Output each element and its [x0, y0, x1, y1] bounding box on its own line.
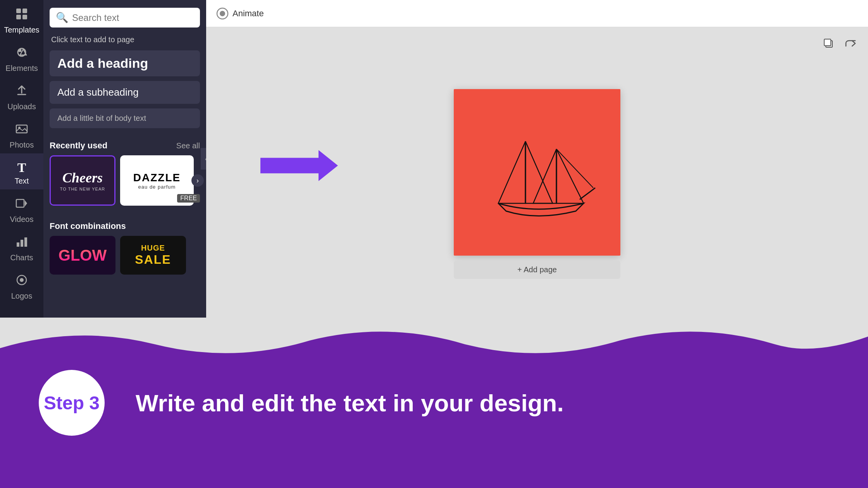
svg-rect-9	[16, 199, 24, 207]
bottom-overlay: Step 3 Write and edit the text in your d…	[0, 318, 868, 488]
sailboat-graphic	[475, 110, 599, 234]
svg-marker-10	[25, 200, 27, 206]
canvas-top-icons	[820, 35, 859, 52]
svg-point-17	[220, 11, 225, 16]
animate-button[interactable]: Animate	[215, 7, 264, 21]
step-circle: Step 3	[39, 370, 105, 436]
sidebar-item-photos[interactable]: Photos	[0, 115, 43, 153]
animate-label: Animate	[232, 9, 264, 19]
glow-combo-card[interactable]: GLOW	[50, 236, 115, 275]
elements-icon	[15, 45, 29, 62]
panel-collapse-button[interactable]: ‹	[201, 148, 206, 170]
recently-used-header: Recently used See all	[50, 141, 200, 151]
search-input[interactable]	[72, 12, 194, 23]
body-option[interactable]: Add a little bit of body text	[50, 108, 200, 128]
uploads-icon	[15, 84, 29, 101]
sidebar-item-text-label: Text	[15, 177, 29, 186]
search-icon: 🔍	[56, 12, 68, 24]
svg-marker-20	[260, 150, 338, 181]
sidebar-item-videos-label: Videos	[10, 215, 34, 224]
sidebar-item-logos[interactable]: Logos	[0, 266, 43, 304]
subheading-option[interactable]: Add a subheading	[50, 81, 200, 104]
sidebar: Templates Elements Uploads	[0, 0, 43, 318]
cheers-sub: TO THE NEW YEAR	[60, 187, 105, 191]
canvas-area: Animate	[206, 0, 868, 318]
step-description: Write and edit the text in your design.	[136, 389, 564, 417]
huge-sale-combo-card[interactable]: HUGE SALE	[120, 236, 186, 275]
design-canvas[interactable]: + Add page	[454, 89, 620, 256]
recently-used-title: Recently used	[50, 141, 107, 151]
svg-rect-3	[22, 15, 27, 19]
sidebar-item-charts[interactable]: Charts	[0, 228, 43, 266]
svg-rect-5	[19, 49, 21, 52]
huge-text: HUGE	[141, 244, 165, 253]
svg-line-24	[556, 149, 593, 188]
font-combinations-section: Font combinations GLOW HUGE SALE	[50, 213, 200, 275]
charts-icon	[15, 235, 29, 252]
sidebar-item-charts-label: Charts	[10, 253, 33, 262]
templates-icon	[15, 7, 29, 24]
dazzle-sub: eau de parfum	[133, 184, 181, 190]
sidebar-item-photos-label: Photos	[10, 141, 34, 149]
sidebar-item-templates[interactable]: Templates	[0, 0, 43, 38]
font-combos-header: Font combinations	[50, 221, 200, 231]
canvas-toolbar: Animate	[206, 0, 868, 27]
photos-icon	[15, 122, 29, 139]
animate-icon	[215, 7, 229, 21]
svg-rect-12	[21, 240, 23, 247]
glow-text: GLOW	[59, 247, 107, 264]
text-icon: T	[17, 160, 26, 175]
font-combos-grid: GLOW HUGE SALE	[50, 236, 200, 275]
cheers-text: Cheers	[60, 170, 105, 186]
recently-used-grid: Cheers TO THE NEW YEAR DAZZLE eau de par…	[50, 155, 200, 206]
sidebar-item-videos[interactable]: Videos	[0, 189, 43, 228]
svg-rect-2	[16, 15, 21, 19]
sidebar-item-elements-label: Elements	[5, 64, 38, 73]
canvas-content: + Add page	[206, 27, 868, 318]
share-icon-button[interactable]	[842, 35, 859, 52]
recently-used-next-arrow[interactable]: ›	[191, 174, 204, 187]
sidebar-item-templates-label: Templates	[4, 26, 39, 34]
svg-point-15	[20, 278, 24, 282]
heading-option[interactable]: Add a heading	[50, 50, 200, 76]
svg-rect-11	[17, 242, 19, 247]
svg-rect-0	[16, 9, 21, 13]
cheers-font-card[interactable]: Cheers TO THE NEW YEAR	[50, 155, 115, 206]
wave-decoration	[0, 318, 868, 364]
sidebar-item-uploads[interactable]: Uploads	[0, 77, 43, 115]
svg-line-23	[580, 188, 595, 199]
sidebar-item-elements[interactable]: Elements	[0, 38, 43, 77]
sidebar-item-uploads-label: Uploads	[7, 102, 36, 111]
click-hint: Click text to add to page	[50, 35, 200, 44]
free-badge: FREE	[177, 194, 200, 203]
copy-icon-button[interactable]	[820, 35, 837, 52]
search-box[interactable]: 🔍	[50, 8, 200, 27]
sale-text: SALE	[135, 253, 171, 267]
step-number: Step 3	[44, 392, 100, 414]
see-all-link[interactable]: See all	[176, 141, 200, 150]
text-panel: 🔍 Click text to add to page Add a headin…	[43, 0, 206, 318]
svg-rect-13	[24, 237, 27, 247]
svg-rect-19	[824, 39, 831, 46]
add-page-button[interactable]: + Add page	[454, 261, 620, 279]
sidebar-item-text[interactable]: T Text	[0, 153, 43, 189]
purple-arrow	[260, 146, 338, 186]
sidebar-item-logos-label: Logos	[11, 292, 33, 301]
dazzle-text: DAZZLE	[133, 172, 181, 184]
logos-icon	[15, 273, 29, 290]
font-combos-title: Font combinations	[50, 221, 126, 231]
svg-rect-1	[22, 9, 27, 13]
videos-icon	[15, 196, 29, 213]
